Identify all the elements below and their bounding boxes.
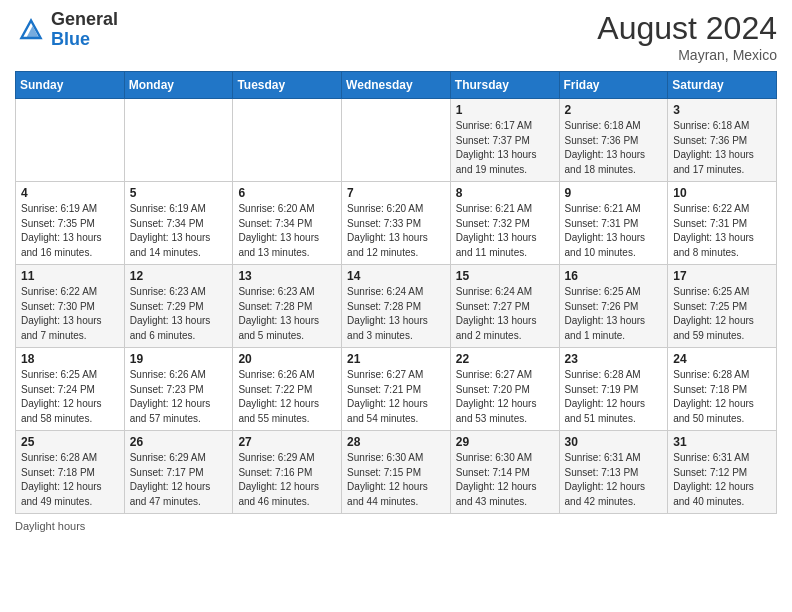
logo-icon xyxy=(15,14,47,46)
day-number: 31 xyxy=(673,435,771,449)
calendar-cell: 28Sunrise: 6:30 AMSunset: 7:15 PMDayligh… xyxy=(342,431,451,514)
logo-blue: Blue xyxy=(51,29,90,49)
calendar-cell: 21Sunrise: 6:27 AMSunset: 7:21 PMDayligh… xyxy=(342,348,451,431)
title-block: August 2024 Mayran, Mexico xyxy=(597,10,777,63)
day-detail: Sunrise: 6:30 AMSunset: 7:15 PMDaylight:… xyxy=(347,451,445,509)
calendar-cell: 22Sunrise: 6:27 AMSunset: 7:20 PMDayligh… xyxy=(450,348,559,431)
day-detail: Sunrise: 6:17 AMSunset: 7:37 PMDaylight:… xyxy=(456,119,554,177)
day-number: 27 xyxy=(238,435,336,449)
calendar-cell: 12Sunrise: 6:23 AMSunset: 7:29 PMDayligh… xyxy=(124,265,233,348)
day-number: 30 xyxy=(565,435,663,449)
day-detail: Sunrise: 6:30 AMSunset: 7:14 PMDaylight:… xyxy=(456,451,554,509)
day-detail: Sunrise: 6:31 AMSunset: 7:12 PMDaylight:… xyxy=(673,451,771,509)
day-number: 21 xyxy=(347,352,445,366)
calendar-cell: 16Sunrise: 6:25 AMSunset: 7:26 PMDayligh… xyxy=(559,265,668,348)
day-detail: Sunrise: 6:25 AMSunset: 7:24 PMDaylight:… xyxy=(21,368,119,426)
day-header-thursday: Thursday xyxy=(450,72,559,99)
day-detail: Sunrise: 6:28 AMSunset: 7:19 PMDaylight:… xyxy=(565,368,663,426)
calendar-cell: 1Sunrise: 6:17 AMSunset: 7:37 PMDaylight… xyxy=(450,99,559,182)
day-number: 28 xyxy=(347,435,445,449)
day-detail: Sunrise: 6:23 AMSunset: 7:29 PMDaylight:… xyxy=(130,285,228,343)
day-number: 4 xyxy=(21,186,119,200)
day-number: 25 xyxy=(21,435,119,449)
calendar-cell: 5Sunrise: 6:19 AMSunset: 7:34 PMDaylight… xyxy=(124,182,233,265)
day-detail: Sunrise: 6:19 AMSunset: 7:35 PMDaylight:… xyxy=(21,202,119,260)
footer: Daylight hours xyxy=(15,520,777,532)
day-detail: Sunrise: 6:18 AMSunset: 7:36 PMDaylight:… xyxy=(565,119,663,177)
calendar-cell xyxy=(233,99,342,182)
daylight-hours-label: Daylight hours xyxy=(15,520,85,532)
day-number: 12 xyxy=(130,269,228,283)
day-detail: Sunrise: 6:31 AMSunset: 7:13 PMDaylight:… xyxy=(565,451,663,509)
calendar-cell xyxy=(16,99,125,182)
day-number: 7 xyxy=(347,186,445,200)
day-detail: Sunrise: 6:19 AMSunset: 7:34 PMDaylight:… xyxy=(130,202,228,260)
calendar-header: SundayMondayTuesdayWednesdayThursdayFrid… xyxy=(16,72,777,99)
day-number: 24 xyxy=(673,352,771,366)
day-number: 2 xyxy=(565,103,663,117)
day-detail: Sunrise: 6:26 AMSunset: 7:22 PMDaylight:… xyxy=(238,368,336,426)
week-row-3: 11Sunrise: 6:22 AMSunset: 7:30 PMDayligh… xyxy=(16,265,777,348)
day-detail: Sunrise: 6:24 AMSunset: 7:27 PMDaylight:… xyxy=(456,285,554,343)
day-detail: Sunrise: 6:22 AMSunset: 7:30 PMDaylight:… xyxy=(21,285,119,343)
week-row-5: 25Sunrise: 6:28 AMSunset: 7:18 PMDayligh… xyxy=(16,431,777,514)
calendar-cell: 24Sunrise: 6:28 AMSunset: 7:18 PMDayligh… xyxy=(668,348,777,431)
day-detail: Sunrise: 6:29 AMSunset: 7:16 PMDaylight:… xyxy=(238,451,336,509)
day-number: 16 xyxy=(565,269,663,283)
location: Mayran, Mexico xyxy=(597,47,777,63)
day-detail: Sunrise: 6:24 AMSunset: 7:28 PMDaylight:… xyxy=(347,285,445,343)
week-row-1: 1Sunrise: 6:17 AMSunset: 7:37 PMDaylight… xyxy=(16,99,777,182)
day-detail: Sunrise: 6:20 AMSunset: 7:34 PMDaylight:… xyxy=(238,202,336,260)
calendar-cell: 8Sunrise: 6:21 AMSunset: 7:32 PMDaylight… xyxy=(450,182,559,265)
calendar-cell xyxy=(124,99,233,182)
day-number: 3 xyxy=(673,103,771,117)
day-detail: Sunrise: 6:21 AMSunset: 7:32 PMDaylight:… xyxy=(456,202,554,260)
calendar-cell: 7Sunrise: 6:20 AMSunset: 7:33 PMDaylight… xyxy=(342,182,451,265)
day-header-friday: Friday xyxy=(559,72,668,99)
calendar-cell: 13Sunrise: 6:23 AMSunset: 7:28 PMDayligh… xyxy=(233,265,342,348)
day-number: 20 xyxy=(238,352,336,366)
calendar-cell: 26Sunrise: 6:29 AMSunset: 7:17 PMDayligh… xyxy=(124,431,233,514)
day-number: 18 xyxy=(21,352,119,366)
calendar-cell: 11Sunrise: 6:22 AMSunset: 7:30 PMDayligh… xyxy=(16,265,125,348)
day-header-monday: Monday xyxy=(124,72,233,99)
day-number: 19 xyxy=(130,352,228,366)
day-number: 26 xyxy=(130,435,228,449)
day-header-sunday: Sunday xyxy=(16,72,125,99)
day-detail: Sunrise: 6:21 AMSunset: 7:31 PMDaylight:… xyxy=(565,202,663,260)
calendar-cell: 15Sunrise: 6:24 AMSunset: 7:27 PMDayligh… xyxy=(450,265,559,348)
day-detail: Sunrise: 6:20 AMSunset: 7:33 PMDaylight:… xyxy=(347,202,445,260)
calendar-cell: 25Sunrise: 6:28 AMSunset: 7:18 PMDayligh… xyxy=(16,431,125,514)
calendar-cell: 20Sunrise: 6:26 AMSunset: 7:22 PMDayligh… xyxy=(233,348,342,431)
logo: General Blue xyxy=(15,10,118,50)
day-detail: Sunrise: 6:25 AMSunset: 7:26 PMDaylight:… xyxy=(565,285,663,343)
calendar-cell: 10Sunrise: 6:22 AMSunset: 7:31 PMDayligh… xyxy=(668,182,777,265)
week-row-2: 4Sunrise: 6:19 AMSunset: 7:35 PMDaylight… xyxy=(16,182,777,265)
calendar-cell: 3Sunrise: 6:18 AMSunset: 7:36 PMDaylight… xyxy=(668,99,777,182)
calendar-cell: 29Sunrise: 6:30 AMSunset: 7:14 PMDayligh… xyxy=(450,431,559,514)
day-number: 15 xyxy=(456,269,554,283)
day-number: 6 xyxy=(238,186,336,200)
calendar-cell: 4Sunrise: 6:19 AMSunset: 7:35 PMDaylight… xyxy=(16,182,125,265)
day-detail: Sunrise: 6:27 AMSunset: 7:21 PMDaylight:… xyxy=(347,368,445,426)
logo-text: General Blue xyxy=(51,10,118,50)
calendar-cell: 27Sunrise: 6:29 AMSunset: 7:16 PMDayligh… xyxy=(233,431,342,514)
day-number: 14 xyxy=(347,269,445,283)
calendar-table: SundayMondayTuesdayWednesdayThursdayFrid… xyxy=(15,71,777,514)
day-detail: Sunrise: 6:29 AMSunset: 7:17 PMDaylight:… xyxy=(130,451,228,509)
week-row-4: 18Sunrise: 6:25 AMSunset: 7:24 PMDayligh… xyxy=(16,348,777,431)
calendar-cell: 17Sunrise: 6:25 AMSunset: 7:25 PMDayligh… xyxy=(668,265,777,348)
logo-general: General xyxy=(51,9,118,29)
calendar-cell: 9Sunrise: 6:21 AMSunset: 7:31 PMDaylight… xyxy=(559,182,668,265)
page-header: General Blue August 2024 Mayran, Mexico xyxy=(15,10,777,63)
calendar-cell: 23Sunrise: 6:28 AMSunset: 7:19 PMDayligh… xyxy=(559,348,668,431)
day-header-tuesday: Tuesday xyxy=(233,72,342,99)
day-detail: Sunrise: 6:28 AMSunset: 7:18 PMDaylight:… xyxy=(21,451,119,509)
day-detail: Sunrise: 6:27 AMSunset: 7:20 PMDaylight:… xyxy=(456,368,554,426)
calendar-cell: 2Sunrise: 6:18 AMSunset: 7:36 PMDaylight… xyxy=(559,99,668,182)
day-header-saturday: Saturday xyxy=(668,72,777,99)
day-header-row: SundayMondayTuesdayWednesdayThursdayFrid… xyxy=(16,72,777,99)
calendar-cell: 18Sunrise: 6:25 AMSunset: 7:24 PMDayligh… xyxy=(16,348,125,431)
calendar-cell: 19Sunrise: 6:26 AMSunset: 7:23 PMDayligh… xyxy=(124,348,233,431)
day-number: 17 xyxy=(673,269,771,283)
